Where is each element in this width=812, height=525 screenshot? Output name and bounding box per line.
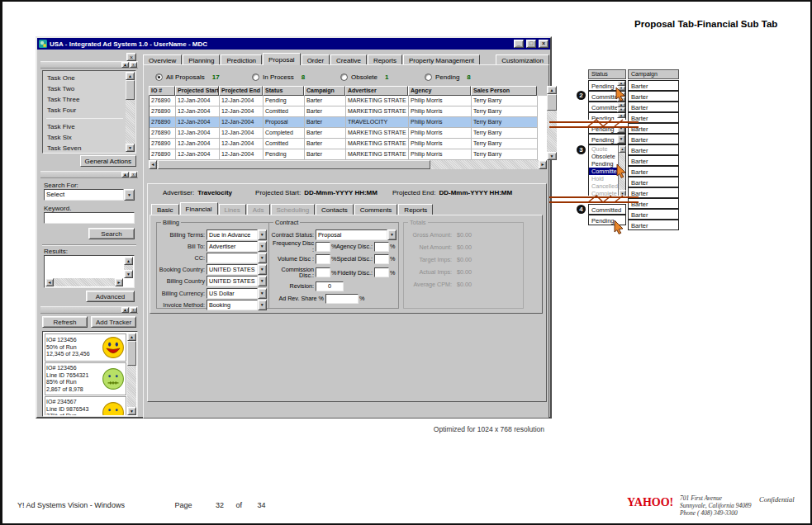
cc-select[interactable]: ▼ (207, 253, 267, 263)
subtab-comments[interactable]: Comments (354, 204, 398, 215)
advanced-button[interactable]: Advanced (86, 291, 135, 302)
tracker-item[interactable]: IO# 234567 Line ID 9876543 27% of Run 1,… (45, 396, 126, 415)
scroll-left-button[interactable]: ◄ (45, 278, 54, 286)
general-actions-tab[interactable]: General Actions (80, 155, 136, 167)
ad-rev-share-input[interactable] (325, 294, 359, 304)
task-item[interactable]: Task One (45, 73, 125, 83)
billing-country-select[interactable]: UNITED STATES▼ (207, 276, 267, 286)
scroll-right-button[interactable]: ► (115, 278, 123, 286)
table-row[interactable]: 27689012-Jan-200412-Jan-2004PendingBarte… (150, 149, 547, 160)
scroll-down-button[interactable]: ▼ (126, 144, 135, 152)
special-disc-input[interactable] (374, 254, 389, 264)
table-row[interactable]: 27689012-Jan-200412-Jan-2004CompletedBar… (150, 128, 547, 139)
spinner-control[interactable]: ▲▼ (617, 102, 625, 112)
scroll-down-button[interactable]: ▼ (127, 407, 136, 415)
scroll-thumb[interactable] (547, 94, 557, 111)
dropdown-button[interactable]: ▼ (617, 135, 625, 144)
task-item[interactable]: Task Four (45, 105, 125, 116)
scroll-up-button[interactable]: ▲ (619, 145, 626, 153)
dropdown-button[interactable]: ▼ (258, 264, 267, 275)
search-button[interactable]: Search (88, 228, 135, 239)
subtab-contacts[interactable]: Contacts (316, 204, 354, 215)
subtab-basic[interactable]: Basic (151, 204, 179, 215)
search-for-select[interactable]: Select ▼ (44, 189, 135, 201)
scroll-up-button[interactable]: ▲ (126, 72, 135, 80)
column-header[interactable]: Projected End (219, 86, 263, 96)
revision-input[interactable]: 0 (316, 281, 344, 291)
panel-close-button[interactable]: x (130, 172, 137, 177)
filter-all-proposals[interactable]: All Proposals 17 (155, 73, 234, 81)
commission-disc-input[interactable] (316, 267, 330, 277)
panel-close-button[interactable]: x (130, 307, 137, 313)
radio-icon[interactable] (425, 73, 432, 81)
table-row-selected[interactable]: 27689012-Jan-200412-Jan-2004ProposalBart… (150, 117, 547, 128)
results-listbox[interactable]: ▲ ▼ ◄ ► (44, 255, 135, 288)
filter-obsolete[interactable]: Obsolete 1 (340, 73, 406, 81)
panel-collapse-button[interactable]: ▲ (121, 172, 129, 177)
dropdown-button[interactable]: ▼ (387, 229, 397, 240)
scroll-up-button[interactable]: ▲ (547, 86, 557, 94)
scroll-left-button[interactable]: ◄ (149, 160, 157, 169)
column-header[interactable]: Campaign (304, 86, 345, 96)
tracker-scrollbar[interactable]: ▲ ▼ (127, 333, 136, 415)
dropdown-button[interactable]: ▼ (258, 229, 267, 240)
dropdown-button[interactable]: ▼ (258, 276, 267, 286)
panel-collapse-button[interactable]: ▲ (121, 62, 129, 68)
booking-country-select[interactable]: UNITED STATES▼ (207, 264, 267, 275)
radio-icon[interactable] (252, 73, 259, 81)
column-header[interactable]: Projected Start (175, 86, 219, 96)
status-cell[interactable]: Committed (588, 204, 626, 215)
refresh-button[interactable]: Refresh (42, 316, 88, 328)
column-header[interactable]: Advertiser (345, 86, 408, 96)
results-hscrollbar[interactable]: ◄ ► (45, 278, 123, 286)
contract-status-select[interactable]: Proposal▼ (316, 229, 397, 240)
tracker-item[interactable]: IO# 123456 50% of Run 12,345 of 23,456 (45, 333, 126, 362)
column-header[interactable]: Sales Person (471, 86, 537, 96)
task-item[interactable]: Task Three (45, 94, 125, 105)
task-item[interactable]: Task Seven (45, 143, 125, 154)
keyword-input[interactable] (44, 212, 135, 224)
task-item[interactable]: Task Five (45, 121, 125, 132)
table-row[interactable]: 27689012-Jan-200412-Jan-2004ComittedBart… (150, 106, 547, 117)
scroll-thumb[interactable] (158, 160, 430, 169)
minimize-button[interactable]: _ (514, 40, 524, 48)
scroll-thumb[interactable] (127, 341, 136, 366)
bill-to-select[interactable]: Advertiser▼ (207, 241, 267, 252)
dropdown-button[interactable]: ▼ (258, 253, 267, 263)
frequency-disc-input[interactable] (316, 242, 330, 252)
column-header[interactable]: Status (263, 86, 304, 96)
sidebar-close-button[interactable]: × (126, 53, 136, 61)
subtab-reports[interactable]: Reports (398, 204, 433, 215)
panel-collapse-button[interactable]: ▲ (121, 307, 129, 313)
filter-pending[interactable]: Pending 8 (425, 73, 471, 81)
radio-icon[interactable] (340, 73, 348, 81)
table-row[interactable]: 27689012-Jan-200412-Jan-2004ComittedBart… (150, 139, 547, 149)
close-button[interactable]: × (539, 40, 548, 48)
add-tracker-button[interactable]: Add Tracker (91, 316, 136, 328)
table-vscrollbar[interactable]: ▲ ▼ (547, 86, 557, 160)
dropdown-button[interactable]: ▼ (258, 241, 267, 252)
table-row[interactable]: 27689012-Jan-200412-Jan-2004PendingBarte… (150, 96, 547, 106)
scroll-down-button[interactable]: ▼ (547, 152, 557, 160)
search-panel-gripper[interactable]: ▲ x (40, 171, 138, 178)
billing-currency-select[interactable]: US Dollar▼ (207, 288, 267, 299)
filter-in-process[interactable]: In Process 8 (252, 73, 322, 81)
tracker-panel-gripper[interactable]: ▲ x (40, 306, 138, 314)
tracker-item[interactable]: IO# 123456 Line ID 7654321 85% of Run 2,… (45, 362, 126, 395)
task-item[interactable]: Task Six (45, 132, 125, 143)
volume-disc-input[interactable] (316, 254, 330, 264)
task-list-scrollbar[interactable]: ▲ ▼ (126, 72, 135, 152)
panel-close-button[interactable]: x (130, 62, 137, 68)
agency-disc-input[interactable] (374, 242, 389, 252)
billing-terms-select[interactable]: Due in Advance▼ (207, 229, 267, 240)
dropdown-button[interactable]: ▼ (124, 189, 135, 201)
dropdown-button[interactable]: ▼ (258, 300, 267, 310)
subtab-financial[interactable]: Financial (180, 202, 218, 215)
table-hscrollbar[interactable]: ◄ ► (149, 160, 547, 169)
tab-proposal[interactable]: Proposal (263, 53, 301, 65)
window-titlebar[interactable]: USA - Integrated Ad System 1.0 - UserNam… (37, 38, 550, 50)
spinner-down-button[interactable]: ▼ (617, 107, 625, 112)
results-vscrollbar[interactable]: ▲ ▼ (124, 257, 133, 278)
scroll-up-button[interactable]: ▲ (124, 257, 133, 265)
dropdown-button[interactable]: ▼ (258, 288, 267, 299)
